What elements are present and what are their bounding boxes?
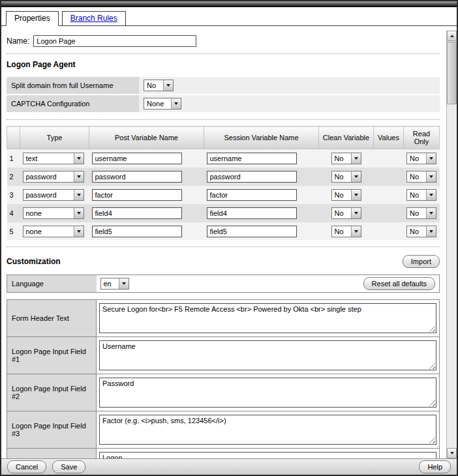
custom-field-row: Logon Page Input Field #3 Factor (e.g. <… [7, 411, 440, 449]
divider [7, 53, 440, 54]
clean-variable-select[interactable]: No [331, 171, 361, 183]
read-only-select[interactable]: No [406, 226, 436, 237]
chevron-down-icon [74, 171, 84, 182]
clean-variable-select[interactable]: No [331, 226, 361, 237]
session-variable-input[interactable] [207, 171, 297, 183]
captcha-config-label: CAPTCHA Configuration [7, 95, 139, 112]
post-variable-input[interactable] [92, 207, 182, 219]
values-cell [374, 186, 404, 204]
values-cell [374, 222, 404, 241]
form-header-text-input[interactable]: Secure Logon for<br> F5 Remote Access <b… [99, 303, 436, 333]
input-field-2-label: Logon Page Input Field #2 [7, 374, 97, 411]
tab-branch-rules[interactable]: Branch Rules [62, 11, 126, 26]
read-only-select[interactable]: No [406, 189, 436, 201]
table-header-row: Type Post Variable Name Session Variable… [7, 126, 440, 149]
column-header-index [7, 126, 20, 149]
language-select[interactable]: en [100, 278, 129, 290]
name-label: Name: [7, 37, 29, 46]
clean-variable-select[interactable]: No [331, 153, 361, 164]
session-variable-input[interactable] [207, 226, 297, 237]
chevron-down-icon [351, 226, 361, 237]
language-table: Language en Reset all defaults [7, 275, 440, 293]
language-label: Language [7, 275, 97, 293]
scrollbar-thumb[interactable] [447, 42, 457, 104]
chevron-down-icon [351, 190, 361, 200]
input-field-3-input[interactable]: Factor (e.g. <i>push, sms, 123456</i>) [99, 415, 436, 445]
custom-field-row: Logon Page Input Field #2 Password [7, 374, 440, 411]
session-variable-input[interactable] [207, 207, 297, 219]
post-variable-input[interactable] [92, 226, 182, 237]
reset-defaults-button[interactable]: Reset all defaults [363, 277, 435, 290]
chevron-down-icon [426, 190, 436, 200]
chevron-down-icon [426, 226, 436, 237]
type-select[interactable]: password [23, 189, 84, 201]
scrollbar-down-button[interactable] [447, 448, 457, 458]
column-header-clean-variable: Clean Variable [319, 126, 374, 149]
window-titlebar [1, 1, 457, 7]
name-row: Name: [7, 35, 440, 47]
column-header-post-variable: Post Variable Name [89, 126, 204, 149]
row-index: 5 [7, 222, 20, 241]
triangle-up-icon [450, 35, 454, 37]
clean-variable-select[interactable]: No [331, 207, 361, 219]
chevron-down-icon [74, 190, 84, 200]
input-field-2-input[interactable]: Password [99, 378, 436, 408]
type-select[interactable]: none [23, 207, 84, 219]
read-only-select[interactable]: No [406, 207, 436, 219]
split-domain-select[interactable]: No [144, 80, 174, 91]
input-field-3-label: Logon Page Input Field #3 [7, 411, 97, 449]
chevron-down-icon [351, 208, 361, 218]
column-header-read-only: Read Only [404, 126, 440, 149]
tab-branch-rules-label[interactable]: Branch Rules [70, 14, 117, 23]
chevron-down-icon [426, 171, 436, 182]
split-domain-label: Split domain from full Username [7, 77, 139, 94]
setting-row: Split domain from full Username No [7, 77, 440, 94]
type-select[interactable]: text [23, 153, 84, 164]
properties-window: Properties Branch Rules Name: Logon Page… [0, 0, 458, 476]
session-variable-input[interactable] [207, 153, 297, 164]
cancel-button[interactable]: Cancel [7, 460, 46, 473]
field-row-4: 4 none No No [7, 204, 440, 222]
clean-variable-select[interactable]: No [331, 189, 361, 201]
scrollbar-up-button[interactable] [447, 31, 457, 41]
session-variable-input[interactable] [207, 189, 297, 201]
triangle-down-icon [450, 452, 454, 454]
vertical-scrollbar[interactable] [446, 31, 457, 458]
split-domain-cell: No [139, 77, 440, 94]
captcha-config-select[interactable]: None [144, 98, 181, 110]
name-input[interactable] [33, 35, 196, 47]
values-cell [374, 168, 404, 186]
agent-section-heading: Logon Page Agent [7, 60, 440, 69]
form-header-text-label: Form Header Text [7, 300, 97, 337]
chevron-down-icon [163, 80, 173, 91]
post-variable-input[interactable] [92, 189, 182, 201]
chevron-down-icon [74, 208, 84, 218]
row-index: 1 [7, 149, 20, 168]
input-field-1-input[interactable]: Username [99, 340, 436, 370]
agent-settings-table: Split domain from full Username No CAPTC… [7, 76, 440, 113]
read-only-select[interactable]: No [406, 171, 436, 183]
captcha-config-cell: None [139, 95, 440, 112]
help-button[interactable]: Help [419, 460, 451, 473]
chevron-down-icon [74, 226, 84, 237]
customization-header-row: Customization Import [7, 255, 440, 268]
post-variable-input[interactable] [92, 171, 182, 183]
post-variable-input[interactable] [92, 153, 182, 164]
column-header-values: Values [374, 126, 404, 149]
setting-row: CAPTCHA Configuration None [7, 95, 440, 112]
read-only-select[interactable]: No [406, 153, 436, 164]
import-button[interactable]: Import [403, 255, 440, 268]
divider [7, 119, 440, 120]
chevron-down-icon [351, 153, 361, 164]
row-index: 4 [7, 204, 20, 222]
chevron-down-icon [426, 208, 436, 218]
type-select[interactable]: none [23, 226, 84, 237]
chevron-down-icon [351, 171, 361, 182]
footer-bar: Cancel Save Help [1, 458, 457, 475]
custom-field-row: Logon Page Input Field #1 Username [7, 337, 440, 374]
save-button[interactable]: Save [52, 460, 85, 473]
type-select[interactable]: password [23, 171, 84, 183]
customization-heading: Customization [7, 257, 61, 266]
field-row-5: 5 none No No [7, 222, 440, 241]
tab-properties[interactable]: Properties [6, 11, 59, 26]
